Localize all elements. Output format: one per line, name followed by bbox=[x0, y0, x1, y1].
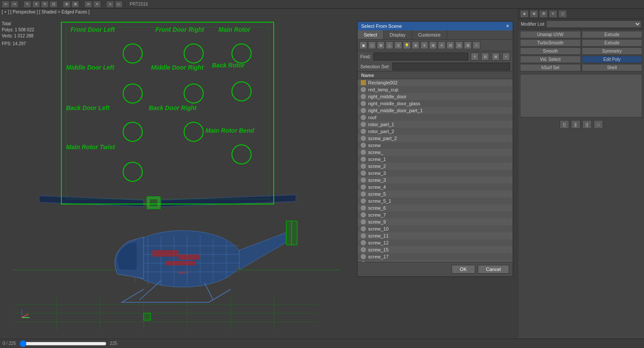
nav-pause[interactable]: || bbox=[571, 120, 580, 129]
rotate-button[interactable]: ↻ bbox=[41, 1, 49, 8]
dt-select-all[interactable]: ◼ bbox=[359, 41, 367, 49]
scene-list-item[interactable]: screw_11 bbox=[358, 232, 513, 239]
symmetry-btn[interactable]: Symmetry bbox=[582, 47, 643, 55]
scene-list-item[interactable]: right_middle_door_glass bbox=[358, 100, 513, 107]
item-name: screw_10 bbox=[368, 226, 389, 231]
dt-options-2[interactable]: ⊟ bbox=[446, 41, 454, 49]
nav-to-start[interactable]: ⟨| bbox=[560, 120, 569, 129]
item-type-icon bbox=[360, 107, 366, 114]
align-button[interactable]: ≡ bbox=[93, 1, 101, 8]
right-btn-4[interactable]: ≡ bbox=[549, 10, 557, 18]
scene-list-item[interactable]: red_lamp_cup bbox=[358, 86, 513, 93]
find-options-2[interactable]: ⊟ bbox=[481, 53, 489, 60]
find-options-3[interactable]: ⊞ bbox=[492, 53, 500, 60]
scene-list-item[interactable]: roof bbox=[358, 114, 513, 121]
move-button[interactable]: ✛ bbox=[32, 1, 40, 8]
scene-list-item[interactable]: screw_1 bbox=[358, 156, 513, 163]
vol-select-btn[interactable]: Vol. Select bbox=[520, 56, 581, 63]
nav-step[interactable]: ⟩] bbox=[582, 120, 592, 129]
dt-options-3[interactable]: ⊡ bbox=[455, 41, 463, 49]
scene-list-item[interactable]: screw_ bbox=[358, 149, 513, 156]
dt-filter-lights[interactable]: 💡 bbox=[403, 41, 411, 49]
item-name: right_middle_door_glass bbox=[368, 101, 420, 106]
ok-button[interactable]: OK bbox=[452, 265, 475, 274]
dt-filter-cameras[interactable]: ⊕ bbox=[412, 41, 419, 49]
hsurf-sel-btn[interactable]: hSurf Sel bbox=[520, 64, 581, 71]
dt-invert[interactable]: ⊠ bbox=[377, 41, 385, 49]
scene-list-item[interactable]: screw_9 bbox=[358, 218, 513, 225]
dt-options-4[interactable]: ⊞ bbox=[464, 41, 472, 49]
edit-poly-btn[interactable]: Edit Poly bbox=[582, 56, 643, 63]
dialog-tab-display[interactable]: Display bbox=[384, 30, 412, 39]
scene-list-item[interactable]: screw_4 bbox=[358, 184, 513, 191]
item-name: rotor_part_2 bbox=[368, 129, 394, 134]
scene-list-item[interactable]: Rectangle002 bbox=[358, 79, 513, 86]
right-btn-1[interactable]: ◈ bbox=[520, 10, 529, 18]
dt-filter-geo[interactable]: △ bbox=[386, 41, 393, 49]
modifier-list-label: Modifier List bbox=[521, 22, 544, 27]
dt-filter-groups[interactable]: ⊞ bbox=[429, 41, 437, 49]
scene-list[interactable]: Rectangle002red_lamp_cupright_middle_doo… bbox=[358, 79, 513, 262]
dialog-close-button[interactable]: × bbox=[506, 23, 509, 29]
scene-list-item[interactable]: screw_3 bbox=[358, 177, 513, 184]
item-type-icon bbox=[360, 128, 366, 134]
scene-list-item[interactable]: screw_5_1 bbox=[358, 197, 513, 204]
scene-list-item[interactable]: right_middle_door bbox=[358, 93, 513, 100]
item-type-icon bbox=[360, 254, 366, 260]
dt-filter-shapes[interactable]: ⊡ bbox=[394, 41, 402, 49]
item-type-icon bbox=[360, 198, 366, 204]
scene-list-item[interactable]: screw_2 bbox=[358, 163, 513, 170]
scene-list-item[interactable]: screw_3 bbox=[358, 170, 513, 177]
render-button[interactable]: ▷ bbox=[115, 1, 123, 8]
select-button[interactable]: ↖ bbox=[23, 1, 31, 8]
snap2d-button[interactable]: ⊞ bbox=[71, 1, 79, 8]
scene-list-item[interactable]: screw_10 bbox=[358, 225, 513, 232]
cancel-button[interactable]: Cancel bbox=[478, 265, 509, 274]
dt-options-1[interactable]: ≡ bbox=[438, 41, 446, 49]
right-btn-3[interactable]: ⚙ bbox=[539, 10, 548, 18]
dt-options-5[interactable]: ▿ bbox=[473, 41, 480, 49]
scene-list-item[interactable]: screw_6 bbox=[358, 204, 513, 211]
extrude-btn-1[interactable]: Extrude bbox=[582, 31, 643, 38]
right-panel: ◈ ⊞ ⚙ ≡ ◻ Modifier List Unwrap UVW Extru… bbox=[518, 9, 644, 338]
selection-set-input[interactable] bbox=[392, 63, 510, 70]
extrude-btn-2[interactable]: Extrude bbox=[582, 39, 643, 47]
turbosmooth-btn[interactable]: TurboSmooth bbox=[520, 39, 581, 47]
item-name: screw_12 bbox=[368, 240, 389, 245]
scene-list-item[interactable]: screw_5 bbox=[358, 191, 513, 197]
dt-filter-helpers[interactable]: ✕ bbox=[420, 41, 428, 49]
find-options-4[interactable]: ▿ bbox=[502, 53, 510, 60]
item-name: screw_6 bbox=[368, 205, 386, 211]
scene-list-item[interactable]: rotor_part_1 bbox=[358, 121, 513, 128]
dialog-tabs: Select Display Customize bbox=[358, 30, 513, 40]
scale-button[interactable]: ⊡ bbox=[50, 1, 57, 8]
snap-button[interactable]: ⊕ bbox=[63, 1, 70, 8]
curve-button[interactable]: ∿ bbox=[106, 1, 114, 8]
scene-list-item[interactable]: right_middle_door_part_1 bbox=[358, 107, 513, 114]
scene-list-item[interactable]: screw_15 bbox=[358, 246, 513, 253]
scene-list-item[interactable]: screw bbox=[358, 142, 513, 149]
timeline-slider[interactable] bbox=[20, 340, 107, 347]
mirror-button[interactable]: ⇔ bbox=[84, 1, 92, 8]
modifier-dropdown[interactable] bbox=[546, 20, 641, 28]
scene-list-item[interactable]: screw_12 bbox=[358, 239, 513, 246]
undo-button[interactable]: ↩ bbox=[2, 1, 10, 8]
scene-list-item[interactable]: rotor_part_2 bbox=[358, 128, 513, 135]
scene-list-item[interactable]: screw_7 bbox=[358, 211, 513, 218]
nav-to-end[interactable]: □ bbox=[594, 120, 603, 129]
scene-list-item[interactable]: screw_part_2 bbox=[358, 135, 513, 142]
scene-list-item[interactable]: screw_17 bbox=[358, 253, 513, 260]
find-input[interactable] bbox=[373, 53, 468, 60]
shell-btn[interactable]: Shell bbox=[582, 64, 643, 71]
right-btn-2[interactable]: ⊞ bbox=[530, 10, 538, 18]
smooth-btn[interactable]: Smooth bbox=[520, 47, 581, 55]
find-options-1[interactable]: ≡ bbox=[471, 53, 479, 60]
unwrap-uvw-btn[interactable]: Unwrap UVW bbox=[520, 31, 581, 38]
redo-button[interactable]: ↪ bbox=[10, 1, 18, 8]
right-btn-5[interactable]: ◻ bbox=[558, 10, 567, 18]
dialog-tab-select[interactable]: Select bbox=[358, 30, 384, 39]
dialog-tab-customize[interactable]: Customize bbox=[412, 30, 447, 39]
item-name: screw bbox=[368, 143, 381, 148]
dt-select-none[interactable]: ◻ bbox=[368, 41, 376, 49]
select-from-scene-dialog: Select From Scene × Select Display Custo… bbox=[357, 21, 513, 277]
